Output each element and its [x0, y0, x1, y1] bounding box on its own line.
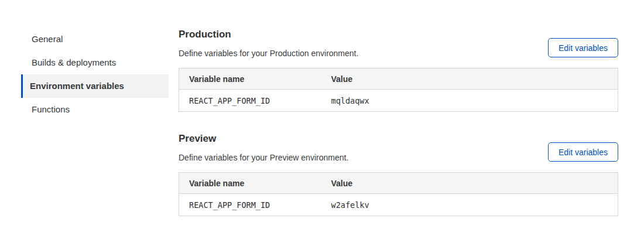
column-header-variable-name: Variable name [179, 69, 321, 90]
settings-page: General Builds & deployments Environment… [0, 0, 644, 246]
sidebar-item-environment-variables[interactable]: Environment variables [21, 74, 169, 98]
variable-name-cell: REACT_APP_FORM_ID [179, 90, 321, 112]
column-header-value: Value [321, 173, 618, 194]
column-header-value: Value [321, 69, 618, 90]
table-row: REACT_APP_FORM_ID w2afelkv [179, 194, 618, 216]
variable-name-cell: REACT_APP_FORM_ID [179, 194, 321, 216]
sidebar-item-functions[interactable]: Functions [21, 98, 169, 121]
production-section: Production Define variables for your Pro… [179, 28, 618, 112]
variable-value-cell: mqldaqwx [321, 90, 618, 112]
table-header-row: Variable name Value [179, 173, 618, 194]
sidebar-item-general[interactable]: General [21, 28, 169, 51]
production-edit-variables-button[interactable]: Edit variables [548, 38, 618, 57]
sidebar-item-builds-deployments[interactable]: Builds & deployments [21, 51, 169, 74]
settings-sidebar: General Builds & deployments Environment… [21, 28, 169, 121]
production-variables-table: Variable name Value REACT_APP_FORM_ID mq… [179, 68, 618, 112]
preview-variables-table: Variable name Value REACT_APP_FORM_ID w2… [179, 172, 618, 216]
preview-section: Preview Define variables for your Previe… [179, 132, 618, 216]
table-row: REACT_APP_FORM_ID mqldaqwx [179, 90, 618, 112]
variable-value-cell: w2afelkv [321, 194, 618, 216]
preview-edit-variables-button[interactable]: Edit variables [548, 142, 618, 162]
column-header-variable-name: Variable name [179, 173, 321, 194]
table-header-row: Variable name Value [179, 69, 618, 90]
